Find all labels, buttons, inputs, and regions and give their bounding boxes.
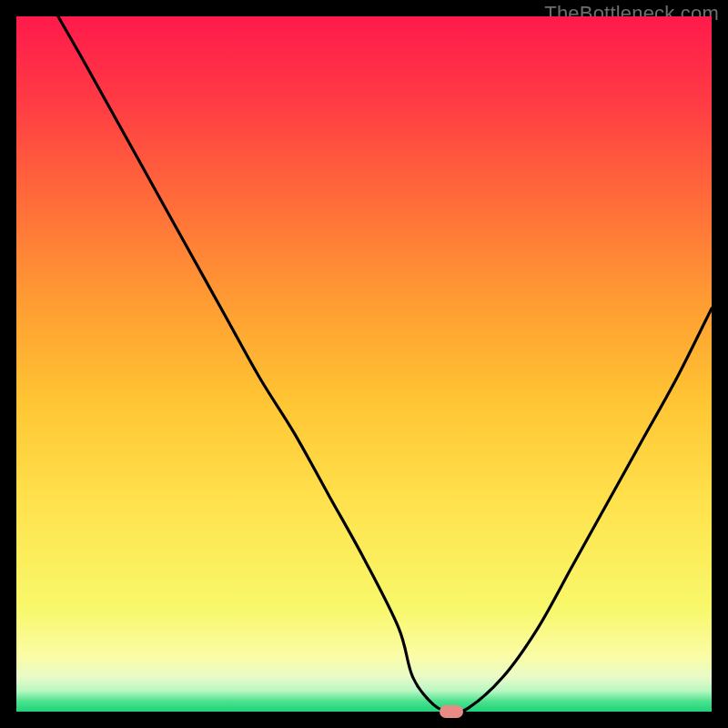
- bottleneck-curve: [16, 16, 712, 712]
- optimal-marker: [440, 705, 463, 718]
- chart-frame: TheBottleneck.com: [0, 0, 728, 728]
- plot-area: [16, 16, 712, 712]
